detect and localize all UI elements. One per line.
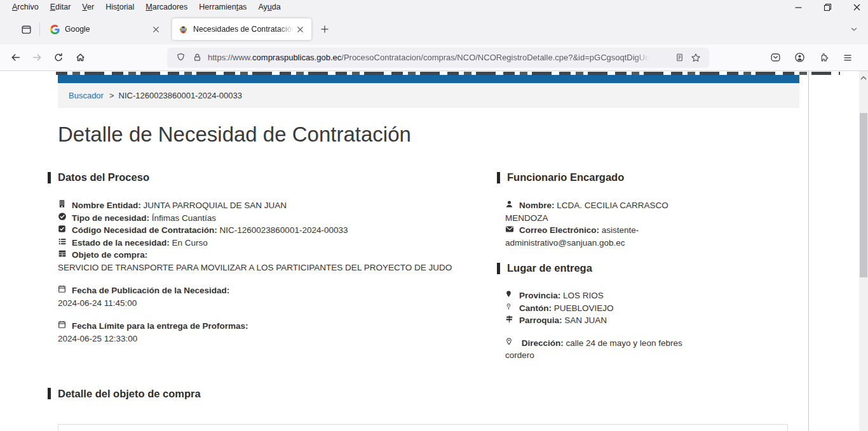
map-marker-icon — [505, 289, 515, 298]
check-circle-icon — [58, 212, 67, 221]
google-favicon — [50, 25, 60, 34]
page-title: Detalle de Necesidad de Contratación — [58, 123, 799, 146]
page-content: Buscador > NIC-1260023860001-2024-00033 … — [0, 71, 868, 431]
pocket-button[interactable] — [765, 48, 785, 68]
page-scrollbar[interactable] — [859, 71, 868, 431]
home-button[interactable] — [70, 48, 90, 68]
field-fecha-publicacion: Fecha de Publicación de la Necesidad: 20… — [58, 284, 505, 309]
firefox-view-icon — [21, 24, 32, 35]
breadcrumb-separator: > — [109, 91, 114, 100]
section-funcionario-encargado: Funcionario Encargado Nombre: LCDA. CECI… — [505, 171, 697, 249]
calendar-icon — [58, 284, 67, 293]
lock-icon — [193, 53, 202, 62]
calendar-icon — [58, 320, 67, 329]
close-button[interactable] — [851, 2, 862, 12]
account-icon — [794, 52, 805, 63]
tab-close-button[interactable] — [149, 23, 162, 36]
breadcrumb-link-buscador[interactable]: Buscador — [69, 91, 104, 100]
navigation-toolbar: https://www.compraspublicas.gob.ec/Proce… — [0, 44, 868, 71]
field-codigo-necesidad: Código Necesidad de Contratación: NIC-12… — [58, 224, 505, 237]
home-icon — [75, 52, 86, 63]
tab-bar: Google Necesidades de Contratación y — [0, 14, 868, 44]
user-icon — [505, 200, 515, 208]
column-header-cantidad: Cantidad — [722, 424, 787, 431]
menu-bar: Archivo Editar Ver Historial Marcadores … — [0, 0, 868, 14]
reload-icon — [53, 53, 64, 63]
menu-historial[interactable]: Historial — [100, 1, 140, 13]
forward-button[interactable] — [27, 48, 47, 68]
url-bar[interactable]: https://www.compraspublicas.gob.ec/Proce… — [167, 48, 709, 68]
map-signs-icon — [505, 315, 515, 323]
account-button[interactable] — [789, 48, 810, 68]
pin-icon — [505, 302, 515, 311]
menu-herramientas[interactable]: Herramientas — [193, 1, 252, 13]
pocket-icon — [770, 52, 781, 63]
clipped-site-header — [56, 72, 840, 75]
tab-google[interactable]: Google — [44, 18, 167, 40]
field-fecha-limite: Fecha Límite para la entrega de Proforma… — [58, 320, 505, 345]
section-heading: Datos del Proceso — [58, 171, 149, 183]
new-tab-icon — [320, 25, 329, 34]
site-header-bar — [58, 75, 799, 83]
detalle-table: No. CPC Descripción del Producto Unidad … — [58, 424, 788, 431]
extensions-button[interactable] — [813, 48, 834, 68]
section-heading: Detalle del objeto de compra — [58, 388, 201, 400]
section-datos-del-proceso: Datos del Proceso Nombre Entidad: JUNTA … — [58, 171, 505, 362]
forward-icon — [32, 52, 43, 63]
tab-divider — [39, 22, 40, 36]
url-text[interactable]: https://www.compraspublicas.gob.ec/Proce… — [208, 53, 671, 62]
list-all-tabs-button[interactable] — [845, 20, 863, 38]
section-heading: Funcionario Encargado — [507, 171, 624, 183]
new-tab-button[interactable] — [315, 20, 334, 39]
field-provincia: Provincia: LOS RIOS — [505, 289, 697, 302]
shield-icon — [176, 53, 186, 62]
field-parroquia: Parroquia: SAN JUAN — [505, 314, 697, 327]
building-icon — [58, 199, 67, 208]
menu-marcadores[interactable]: Marcadores — [140, 1, 193, 13]
firefox-view-button[interactable] — [17, 20, 36, 39]
section-bar — [497, 263, 500, 274]
scroll-up-button[interactable] — [859, 74, 868, 83]
bookmark-star-icon — [691, 53, 701, 63]
section-bar — [48, 388, 51, 399]
field-correo: Correo Electrónico: asistente-administra… — [505, 224, 697, 249]
reload-button[interactable] — [48, 48, 69, 68]
section-lugar-de-entrega: Lugar de entrega Provincia: LOS RIOS Can… — [505, 262, 697, 362]
breadcrumb: Buscador > NIC-1260023860001-2024-00033 — [58, 83, 799, 108]
menu-button[interactable] — [837, 48, 858, 68]
menu-icon — [843, 53, 853, 63]
ecuador-favicon — [179, 25, 188, 34]
back-button[interactable] — [5, 48, 25, 68]
close-icon — [297, 26, 304, 33]
tab-necesidades[interactable]: Necesidades de Contratación y — [172, 18, 311, 40]
field-canton: Cantón: PUEBLOVIEJO — [505, 302, 697, 315]
breadcrumb-current: NIC-1260023860001-2024-00033 — [119, 91, 242, 100]
minimize-button[interactable] — [793, 2, 803, 12]
bookmark-star-button[interactable] — [688, 50, 704, 66]
menu-ver[interactable]: Ver — [76, 1, 100, 13]
menu-archivo[interactable]: Archivo — [6, 1, 44, 13]
scrollbar-thumb[interactable] — [860, 113, 867, 277]
field-direccion: Dirección: calle 24 de mayo y leon febre… — [505, 337, 697, 362]
list-icon — [58, 237, 67, 246]
reader-view-button[interactable] — [671, 50, 688, 66]
column-header-unidad: Unidad — [656, 424, 722, 431]
close-icon — [153, 26, 159, 33]
restore-button[interactable] — [822, 2, 832, 12]
table-header-row: No. CPC Descripción del Producto Unidad … — [58, 424, 788, 431]
extensions-icon — [818, 53, 829, 63]
tracking-shield-button[interactable] — [172, 50, 189, 66]
tab-close-button[interactable] — [294, 23, 306, 36]
menu-editar[interactable]: Editar — [44, 1, 77, 13]
site-security-button[interactable] — [189, 50, 205, 66]
objeto-compra-detalle: SERVICIO DE TRANSPORTE PARA MOVILIZAR A … — [58, 262, 505, 274]
column-header-descripcion: Descripción del Producto — [321, 424, 656, 431]
section-heading: Lugar de entrega — [507, 262, 592, 274]
back-icon — [10, 52, 21, 63]
menu-ayuda[interactable]: Ayuda — [252, 1, 286, 13]
reader-view-icon — [675, 53, 684, 62]
field-nombre-entidad: Nombre Entidad: JUNTA PARROQUIAL DE SAN … — [58, 199, 505, 212]
field-tipo-necesidad: Tipo de necesidad: Ínfimas Cuantías — [58, 212, 505, 225]
list-tabs-icon — [850, 25, 858, 34]
section-bar — [48, 172, 51, 183]
